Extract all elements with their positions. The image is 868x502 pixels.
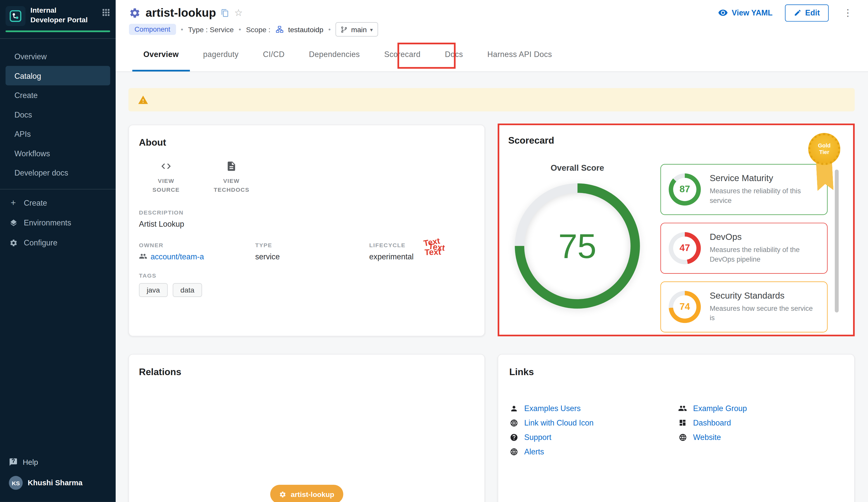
apps-grid-icon[interactable] [102,8,110,17]
tab-cicd[interactable]: CI/CD [251,37,297,71]
branch-select[interactable]: main ▾ [335,22,378,37]
scope-label: Scope : [246,25,270,34]
tab-scorecard[interactable]: Scorecard [372,37,433,71]
links-card: Links Examples Users [498,354,855,502]
page-title: artist-lookup [145,6,216,20]
sidebar-action-configure-label: Configure [24,238,58,247]
edit-label: Edit [805,8,820,17]
sidebar-action-configure[interactable]: Configure [0,233,116,253]
sidebar-item-catalog[interactable]: Catalog [6,66,110,86]
links-column-1: Examples Users Link with Cloud Icon [509,401,678,459]
links-title: Links [509,367,843,378]
main-area: artist-lookup ☆ View YAML [116,0,868,502]
tab-dependencies[interactable]: Dependencies [297,37,372,71]
user-icon [509,404,518,413]
harness-logo-icon [6,6,25,26]
score-gauge: 47 [669,232,701,264]
warning-icon [138,94,148,105]
tab-bar: Overview pagerduty CI/CD Dependencies Sc… [116,37,868,72]
view-yaml-button[interactable]: View YAML [718,8,773,18]
link-examples-users: Examples Users [509,401,678,415]
view-techdocs-label: VIEW TECHDOCS [214,176,249,194]
scope-value[interactable]: testautoidp [288,25,323,34]
sidebar-action-environments[interactable]: Environments [0,213,116,233]
sidebar-nav: Overview Catalog Create Docs APIs Workfl… [0,47,116,182]
view-techdocs-button[interactable]: VIEW TECHDOCS [210,161,253,194]
gear-icon [9,238,18,247]
help-chat-icon [9,458,18,466]
view-source-label: VIEW SOURCE [148,176,184,194]
link-label[interactable]: Examples Users [524,404,581,413]
scrollbar-thumb[interactable] [835,169,839,312]
type-value: service [255,252,369,261]
entity-header: artist-lookup ☆ View YAML [116,0,868,72]
group-icon [139,252,147,260]
badge-medal-icon: Gold Tier [808,133,840,165]
separator-dot-icon: • [328,26,331,33]
owner-link[interactable]: account/team-a [151,252,204,261]
tab-overview[interactable]: Overview [131,37,191,71]
avatar: KS [9,476,23,490]
link-label[interactable]: Example Group [693,404,747,413]
link-label[interactable]: Alerts [524,447,544,456]
user-name: Khushi Sharma [28,479,83,487]
link-example-group: Example Group [678,401,843,415]
copy-icon[interactable] [221,9,229,17]
link-label[interactable]: Website [693,433,721,441]
help-button[interactable]: Help [0,453,116,471]
view-source-button[interactable]: VIEW SOURCE [145,161,188,194]
node-gear-icon [279,491,286,498]
relations-node-artist-lookup[interactable]: artist-lookup [270,485,343,502]
tags-label: TAGS [139,272,475,278]
score-item-security-standards[interactable]: 74 Security Standards Measures how secur… [661,281,828,332]
link-label[interactable]: Link with Cloud Icon [524,419,594,427]
score-name: Service Maturity [710,173,819,183]
links-column-2: Example Group Dashboard [678,401,843,444]
about-title: About [139,138,475,149]
brand-accent-line [6,30,110,32]
score-item-service-maturity[interactable]: 87 Service Maturity Measures the reliabi… [661,164,828,215]
app-root: Internal Developer Portal Overview Catal… [0,0,868,502]
dashboard-icon [678,419,687,427]
link-label[interactable]: Dashboard [693,419,731,427]
sidebar-action-create[interactable]: + Create [0,193,116,213]
sidebar-item-workflows[interactable]: Workflows [6,144,110,163]
sidebar-action-create-label: Create [24,198,47,207]
link-website: Website [678,430,843,444]
sidebar-item-docs[interactable]: Docs [6,104,110,124]
tab-pagerduty[interactable]: pagerduty [191,37,250,71]
sidebar-item-overview[interactable]: Overview [6,47,110,66]
tag-chip-java[interactable]: java [139,283,167,297]
branch-icon [341,26,348,33]
lifecycle-value: experimental [369,252,475,261]
tab-harness-api-docs[interactable]: Harness API Docs [475,37,564,71]
relations-title: Relations [139,367,475,378]
owner-field: OWNER account/team-a [139,241,255,261]
favorite-star-icon[interactable]: ☆ [234,8,243,18]
overall-score-value: 75 [515,183,640,309]
globe-icon [509,419,518,427]
tag-chip-data[interactable]: data [173,283,202,297]
edit-button[interactable]: Edit [785,4,829,21]
tab-docs[interactable]: Docs [433,37,475,71]
gold-tier-badge: Gold Tier [808,133,840,165]
globe-icon [678,433,687,441]
about-card: About VIEW SOURCE VIEW TECHD [128,124,485,337]
score-gauge: 87 [669,173,701,206]
user-menu[interactable]: KS Khushi Sharma [0,471,116,496]
description-value: Artist Lookup [139,219,475,228]
score-item-devops[interactable]: 47 DevOps Measures the reliability of th… [661,223,828,273]
brand: Internal Developer Portal [0,0,116,30]
more-options-icon[interactable]: ⋮ [841,7,855,19]
link-label[interactable]: Support [524,433,551,441]
relations-node-label: artist-lookup [291,490,334,499]
score-description: Measures the reliability of this service [710,187,819,206]
sidebar-action-environments-label: Environments [24,218,71,227]
sidebar-item-developer-docs[interactable]: Developer docs [6,163,110,182]
sidebar-item-create[interactable]: Create [6,86,110,105]
sidebar-item-apis[interactable]: APIs [6,124,110,144]
lifecycle-field: LIFECYCLE experimental Text Text Text [369,241,475,261]
separator-dot-icon: • [181,26,183,33]
overall-score-label: Overall Score [508,163,647,172]
score-description: Measures how secure the service is [710,304,819,323]
